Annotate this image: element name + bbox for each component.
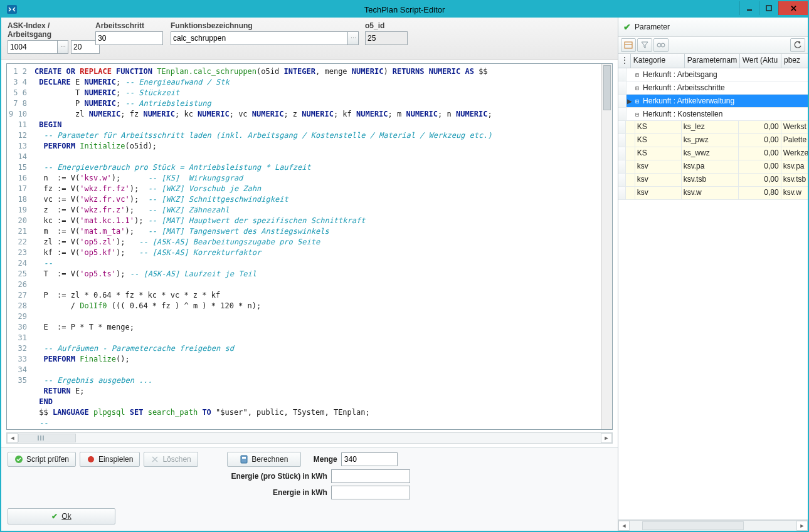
energie-pro-stueck-input[interactable] — [331, 469, 410, 483]
ok-label: Ok — [61, 512, 71, 521]
ask-index-picker-button[interactable]: ⋯ — [58, 40, 68, 54]
grid-data-row[interactable]: ksv ksv.w 0,80 ksv.w — [618, 187, 808, 200]
col-parametername[interactable]: Parameternam — [685, 54, 740, 68]
check-icon — [14, 455, 23, 464]
berechnen-button[interactable]: Berechnen — [227, 452, 301, 467]
grid-hscroll-right[interactable]: ► — [796, 521, 808, 531]
minimize-button[interactable] — [739, 1, 759, 15]
parameter-title-label: Parameter — [635, 23, 670, 31]
script-pruefen-button[interactable]: Script prüfen — [8, 452, 76, 467]
funktion-picker-button[interactable]: ⋯ — [348, 31, 359, 45]
titlebar: TechPlan Script-Editor ✕ — [1, 1, 808, 18]
grid-hscroll-left[interactable]: ◄ — [618, 521, 630, 531]
parameter-pane: ✔ Parameter ⋮ Kategorie Parameternam Wer… — [618, 18, 808, 531]
svg-point-4 — [88, 456, 94, 462]
arbeitsschritt-input[interactable] — [95, 31, 163, 45]
parameter-pane-title: ✔ Parameter — [618, 18, 808, 37]
app-icon — [5, 4, 19, 15]
action-bar: Script prüfen Einspielen Löschen — [1, 447, 618, 503]
einspielen-button[interactable]: Einspielen — [80, 452, 140, 467]
funktion-input[interactable] — [171, 31, 348, 45]
group-view-button[interactable] — [621, 38, 636, 52]
loeschen-label: Löschen — [162, 455, 191, 464]
svg-rect-5 — [241, 456, 247, 463]
grid-data-row[interactable]: KS ks_pwz 0,00 Palette — [618, 134, 808, 147]
close-button[interactable]: ✕ — [778, 1, 808, 15]
code-editor[interactable]: 1 2 3 4 5 6 7 8 9 10 11 12 13 14 15 16 1… — [6, 63, 613, 430]
filter-button[interactable] — [637, 38, 652, 52]
ok-check-icon: ✔ — [51, 512, 58, 521]
hscroll-right[interactable]: ► — [601, 433, 612, 443]
grid-data-row[interactable]: KS ks_lez 0,00 Werkst — [618, 121, 808, 134]
link-button[interactable] — [653, 38, 669, 52]
svg-rect-7 — [625, 42, 632, 48]
header-form: ASK-Index / Arbeitsgang ⋯ Arbeitsschritt — [1, 18, 618, 60]
grid-data-row[interactable]: ksv ksv.tsb 0,00 ksv.tsb — [618, 174, 808, 187]
script-pruefen-label: Script prüfen — [26, 455, 69, 464]
o5id-input — [365, 31, 408, 45]
grid-header: ⋮ Kategorie Parameternam Wert (Aktu pbez — [618, 54, 808, 68]
grid-hscrollbar[interactable]: ◄ ► — [618, 520, 808, 531]
energie-label: Energie in kWh — [227, 488, 327, 497]
svg-point-10 — [661, 43, 665, 47]
grid-group-row[interactable]: ⊞ Herkunft : Arbeitsgang — [618, 68, 808, 81]
app-window: TechPlan Script-Editor ✕ ASK-Index / Arb… — [0, 0, 809, 532]
grid-group-row[interactable]: ⊞ Herkunft : Arbeitsschritte — [618, 81, 808, 95]
menge-label: Menge — [307, 455, 337, 464]
refresh-button[interactable] — [790, 38, 805, 52]
line-gutter: 1 2 3 4 5 6 7 8 9 10 11 12 13 14 15 16 1… — [7, 64, 31, 429]
col-wert[interactable]: Wert (Aktu — [740, 54, 781, 68]
ask-index-input[interactable] — [8, 40, 58, 54]
svg-point-9 — [657, 43, 661, 47]
col-pbez[interactable]: pbez — [781, 54, 808, 68]
loeschen-button[interactable]: Löschen — [144, 452, 198, 467]
berechnen-label: Berechnen — [251, 455, 288, 464]
grid-data-row[interactable]: ksv ksv.pa 0,00 ksv.pa — [618, 160, 808, 174]
grid-group-row[interactable]: ▶ ⊞ Herkunft : Artikelverwaltung — [618, 95, 808, 108]
maximize-button[interactable] — [759, 1, 778, 15]
parameter-grid[interactable]: ⋮ Kategorie Parameternam Wert (Aktu pbez… — [618, 54, 808, 520]
menge-input[interactable] — [341, 452, 398, 466]
delete-icon — [151, 455, 159, 464]
ok-button[interactable]: ✔ Ok — [8, 508, 115, 524]
svg-rect-6 — [242, 457, 246, 459]
parameter-check-icon: ✔ — [623, 22, 631, 32]
o5id-label: o5_id — [365, 21, 409, 30]
grid-handle-col: ⋮ — [618, 54, 631, 68]
code-area[interactable]: CREATE OR REPLACE FUNCTION TEnplan.calc_… — [31, 64, 601, 429]
svg-rect-0 — [7, 5, 17, 14]
energie-input[interactable] — [331, 486, 410, 499]
col-kategorie[interactable]: Kategorie — [631, 54, 685, 68]
parameter-toolbar — [618, 37, 808, 54]
ask-index-label: ASK-Index / Arbeitsgang — [8, 21, 89, 39]
main-pane: ASK-Index / Arbeitsgang ⋯ Arbeitsschritt — [1, 18, 618, 531]
hscroll-left[interactable]: ◄ — [7, 433, 18, 443]
editor-hscrollbar[interactable]: ◄ ► — [6, 432, 613, 444]
energie-pro-stueck-label: Energie (pro Stück) in kWh — [227, 472, 327, 481]
einspielen-label: Einspielen — [98, 455, 133, 464]
svg-rect-2 — [766, 6, 771, 11]
window-title: TechPlan Script-Editor — [1, 5, 808, 14]
editor-vscrollbar[interactable] — [601, 64, 612, 429]
arbeitsschritt-label: Arbeitsschritt — [95, 21, 164, 30]
grid-data-row[interactable]: KS ks_wwz 0,00 Werkze — [618, 147, 808, 160]
funktion-label: Funktionsbezeichnung — [171, 21, 359, 30]
calculator-icon — [240, 455, 248, 464]
grid-group-row[interactable]: ⊟ Herkunft : Kostenstellen — [618, 108, 808, 121]
record-icon — [87, 455, 95, 464]
